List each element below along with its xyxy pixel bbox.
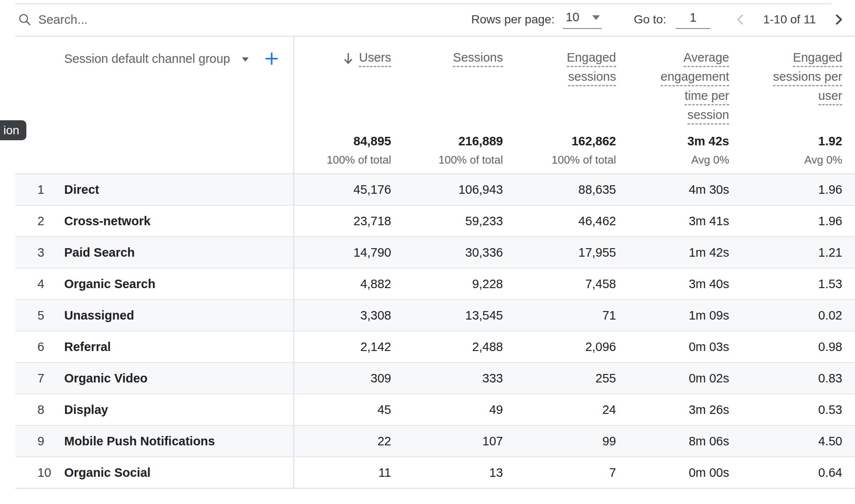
cell-engaged-sessions: 7	[503, 457, 616, 488]
row-index: 7	[37, 371, 54, 385]
channel-cell: 7Organic Video	[15, 363, 293, 394]
table-toolbar: Rows per page: 10 Go to: 1-10 of 11	[15, 3, 855, 37]
cell-engaged-sessions-per-user: 1.21	[729, 237, 842, 268]
channel-name: Paid Search	[64, 246, 135, 260]
cell-users: 22	[293, 426, 391, 456]
dimension-header-label[interactable]: Session default channel group	[64, 52, 230, 65]
cell-average-engagement-time-per-session: 3m 40s	[616, 269, 729, 299]
cell-engaged-sessions: 46,462	[503, 206, 616, 236]
table-row: 5Unassigned3,30813,545711m 09s0.02	[15, 300, 855, 331]
row-index: 4	[37, 277, 54, 291]
table-row: 6Referral2,1422,4882,0960m 03s0.98	[15, 331, 855, 363]
column-header-engaged-sessions[interactable]: Engagedsessions	[503, 37, 616, 128]
column-header-users[interactable]: Users	[293, 37, 391, 128]
column-header-line: user	[818, 89, 842, 105]
cell-sessions: 13	[391, 457, 503, 488]
cell-average-engagement-time-per-session: 1m 09s	[616, 300, 729, 331]
total-subtext: 100% of total	[503, 154, 616, 166]
cell-engaged-sessions: 7,458	[503, 269, 616, 299]
dimension-header: Session default channel group	[15, 37, 293, 128]
row-index: 5	[37, 309, 54, 323]
caret-down-icon	[592, 15, 600, 20]
cell-engaged-sessions-per-user: 1.96	[729, 206, 842, 236]
total-subtext: 100% of total	[391, 154, 503, 166]
total-value: 216,889	[391, 134, 503, 148]
go-to-label: Go to:	[634, 13, 666, 26]
channel-name: Cross-network	[64, 214, 151, 228]
channel-cell: 9Mobile Push Notifications	[15, 426, 293, 456]
channel-name: Organic Search	[64, 277, 155, 291]
table-body: 1Direct45,176106,94388,6354m 30s1.962Cro…	[15, 174, 855, 489]
channel-cell: 5Unassigned	[15, 300, 293, 331]
column-header-line: Sessions	[453, 51, 503, 67]
cell-sessions: 2,488	[391, 331, 503, 362]
column-header-average-engagement-time-per-session[interactable]: Averageengagementtime persession	[616, 37, 729, 128]
channel-name: Display	[64, 403, 108, 417]
cell-average-engagement-time-per-session: 0m 00s	[616, 457, 729, 488]
total-subtext: 100% of total	[294, 154, 391, 166]
add-dimension-button[interactable]	[264, 51, 279, 66]
total-value: 162,862	[503, 134, 616, 148]
table-row: 10Organic Social111370m 00s0.64	[15, 457, 855, 489]
data-table: Session default channel group Users84,89…	[15, 37, 855, 489]
dimension-dropdown-icon[interactable]	[242, 57, 249, 62]
table-row: 4Organic Search4,8829,2287,4583m 40s1.53	[15, 269, 855, 300]
channel-name: Mobile Push Notifications	[64, 434, 215, 448]
column-header-sessions[interactable]: Sessions	[391, 37, 503, 128]
row-index: 3	[37, 246, 54, 260]
row-index: 6	[37, 340, 54, 354]
total-value: 1.92	[729, 134, 842, 148]
cell-engaged-sessions: 255	[503, 363, 616, 394]
cell-sessions: 49	[391, 394, 503, 425]
pagination: 1-10 of 11	[733, 12, 846, 27]
row-index: 9	[37, 434, 54, 448]
cell-sessions: 333	[391, 363, 503, 394]
cell-average-engagement-time-per-session: 0m 02s	[616, 363, 729, 394]
cell-users: 4,882	[293, 269, 391, 299]
cell-users: 2,142	[293, 331, 391, 362]
channel-cell: 1Direct	[15, 174, 293, 205]
row-index: 2	[37, 214, 54, 228]
next-page-button[interactable]	[831, 12, 846, 27]
column-header-line: Engaged	[793, 51, 842, 67]
cell-average-engagement-time-per-session: 0m 03s	[616, 331, 729, 362]
cell-users: 45,176	[293, 174, 391, 205]
row-index: 10	[37, 466, 54, 480]
channel-name: Organic Video	[64, 371, 148, 385]
analytics-report-table: Rows per page: 10 Go to: 1-10 of 11	[0, 0, 855, 504]
column-header-engaged-sessions-per-user[interactable]: Engagedsessions peruser	[729, 37, 842, 128]
cell-average-engagement-time-per-session: 3m 41s	[616, 206, 729, 236]
cell-sessions: 9,228	[391, 269, 503, 299]
rows-per-page-value: 10	[565, 10, 579, 24]
total-engaged-sessions: 162,862100% of total	[503, 128, 616, 173]
column-header-line: sessions per	[773, 70, 842, 86]
sort-descending-icon	[342, 51, 355, 65]
channel-name: Organic Social	[64, 466, 151, 480]
cell-average-engagement-time-per-session: 1m 42s	[616, 237, 729, 268]
rows-per-page-select[interactable]: 10	[563, 10, 601, 29]
channel-cell: 8Display	[15, 394, 293, 425]
total-average-engagement-time-per-session: 3m 42sAvg 0%	[616, 128, 729, 173]
search-input[interactable]	[38, 13, 217, 27]
table-row: 9Mobile Push Notifications22107998m 06s4…	[15, 426, 855, 457]
total-engaged-sessions-per-user: 1.92Avg 0%	[729, 128, 842, 173]
cell-engaged-sessions-per-user: 0.83	[729, 363, 842, 394]
channel-name: Direct	[64, 183, 99, 197]
column-header-line: Users	[359, 51, 391, 67]
column-header-line: engagement	[661, 70, 729, 86]
cell-users: 3,308	[293, 300, 391, 331]
cell-engaged-sessions-per-user: 4.50	[729, 426, 842, 456]
total-subtext: Avg 0%	[729, 154, 842, 166]
previous-page-button[interactable]	[733, 12, 748, 27]
cell-engaged-sessions: 88,635	[503, 174, 616, 205]
totals-dimension-spacer	[15, 128, 293, 173]
cell-engaged-sessions-per-user: 0.64	[729, 457, 842, 488]
table-header: Session default channel group Users84,89…	[15, 37, 855, 174]
go-to-page-input[interactable]	[676, 11, 710, 29]
cell-users: 309	[293, 363, 391, 394]
table-row: 1Direct45,176106,94388,6354m 30s1.96	[15, 174, 855, 206]
cell-engaged-sessions-per-user: 0.98	[729, 331, 842, 362]
cell-engaged-sessions-per-user: 1.53	[729, 269, 842, 299]
cell-engaged-sessions-per-user: 0.02	[729, 300, 842, 331]
cell-sessions: 59,233	[391, 206, 503, 236]
